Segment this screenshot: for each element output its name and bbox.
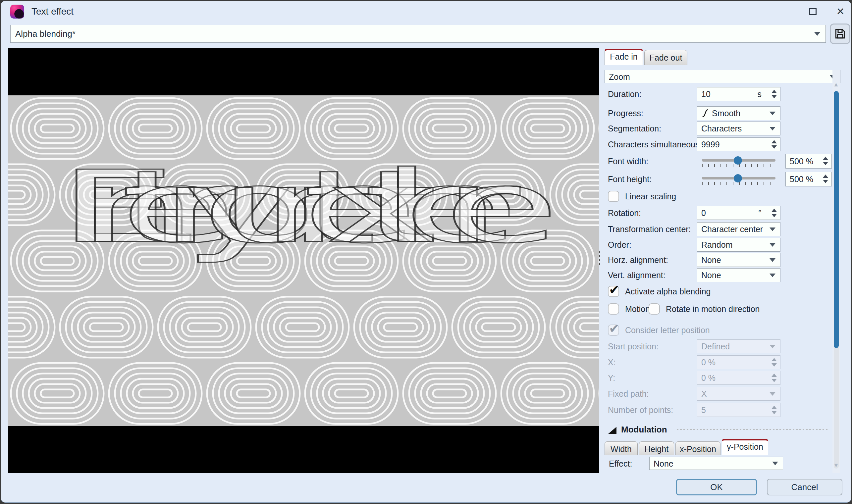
consider-letter-checkbox [608,325,619,336]
x-input: 0 % [697,355,780,369]
duration-stepper[interactable] [771,87,777,101]
tab-fade-in[interactable]: Fade in [605,49,643,65]
number-points-stepper [771,403,777,417]
text-effect-dialog: Text effect ✕ Alpha blending* [1,1,851,503]
transformation-center-select[interactable]: Character center [697,222,780,236]
preset-value: Alpha blending* [15,25,75,42]
segmentation-select[interactable]: Characters [697,122,780,136]
start-position-select: Defined [697,339,780,353]
y-value: 0 % [701,371,715,384]
tab-fade-out-label: Fade out [645,53,687,62]
rotation-stepper[interactable] [771,206,777,219]
progress-value-wrap: Smooth [701,107,740,120]
progress-label: Progress: [608,106,643,120]
scroll-down-icon[interactable]: ▼ [833,462,839,469]
chevron-down-icon [769,345,776,348]
chars-simultaneously-stepper[interactable] [771,138,777,151]
x-label: X: [608,355,616,369]
number-points-label: Number of points: [608,403,673,417]
font-height-stepper[interactable] [823,172,828,185]
duration-input[interactable]: 10 s [697,87,780,101]
chevron-down-icon [769,392,776,396]
mod-effect-value: None [654,457,673,470]
rotate-motion-checkbox[interactable] [649,303,660,314]
maximize-button[interactable] [803,4,822,19]
splitter-grip[interactable] [599,251,600,266]
mod-effect-select[interactable]: None [649,457,783,470]
start-position-label: Start position: [608,339,659,353]
close-icon: ✕ [836,7,845,17]
font-width-label: Font width: [608,154,648,168]
font-width-stepper[interactable] [823,154,828,167]
tab-mod-height[interactable]: Height [639,442,674,455]
order-value: Random [701,238,733,251]
vert-alignment-value: None [701,269,721,282]
chevron-down-icon [814,32,820,36]
linear-scaling-checkbox[interactable] [608,191,619,202]
font-width-value: 500 % [790,154,813,168]
font-width-input[interactable]: 500 % [785,154,832,168]
chars-simultaneously-input[interactable]: 9999 [697,138,780,151]
effect-type-value: Zoom [609,70,630,84]
ok-button[interactable]: OK [676,479,757,496]
tab-mod-x-position[interactable]: x-Position [675,442,721,455]
tab-mod-y-position[interactable]: y-Position [722,439,768,455]
font-height-slider-thumb[interactable] [734,174,742,182]
chars-simultaneously-value: 9999 [701,138,720,151]
number-points-value: 5 [701,403,706,417]
vert-alignment-label: Vert. alignment: [608,268,665,282]
tab-mod-width[interactable]: Width [605,442,638,455]
motion-label: Motion [625,302,650,316]
fade-tabs-underline [605,65,827,65]
fixed-path-select: X [697,387,780,401]
modulation-header[interactable]: Modulation [621,423,667,436]
close-button[interactable]: ✕ [831,4,850,19]
x-stepper [771,356,777,369]
window-title: Text effect [32,4,73,19]
font-height-label: Font height: [608,172,652,186]
progress-value: Smooth [712,109,740,118]
vert-alignment-select[interactable]: None [697,268,780,282]
panel-scrollbar-thumb[interactable] [834,91,839,348]
order-select[interactable]: Random [697,238,780,252]
cancel-button[interactable]: Cancel [767,479,842,496]
duration-label: Duration: [608,87,641,101]
effect-type-select[interactable]: Zoom [605,70,840,83]
motion-checkbox[interactable] [608,303,619,314]
rotate-motion-label: Rotate in motion direction [666,302,760,316]
tab-mod-width-label: Width [605,444,637,454]
font-height-input[interactable]: 500 % [785,172,832,186]
chars-simultaneously-label: Characters simultaneously: [608,138,708,151]
chevron-down-icon [769,258,776,262]
order-label: Order: [608,238,632,252]
mod-effect-label: Effect: [609,457,632,471]
app-icon [10,5,24,19]
tab-mod-x-position-label: x-Position [676,444,720,454]
save-preset-button[interactable] [830,23,850,44]
scroll-up-icon[interactable]: ▲ [833,81,839,88]
preview-text-layer: Enteryourtexthere [8,95,599,426]
tab-fade-out[interactable]: Fade out [644,50,687,65]
y-label: Y: [608,371,615,385]
preset-combobox[interactable]: Alpha blending* [10,25,826,43]
modulation-tabs-underline [605,455,832,455]
activate-alpha-checkbox[interactable] [608,286,619,297]
font-width-slider-thumb[interactable] [734,156,742,165]
chevron-down-icon [769,228,776,231]
preview-canvas[interactable]: Enteryourtexthere [8,48,599,473]
chevron-down-icon [769,112,776,115]
segmentation-label: Segmentation: [608,122,661,136]
modulation-collapse-icon[interactable] [608,427,617,434]
horz-alignment-select[interactable]: None [697,253,780,267]
rotation-value: 0 [701,206,706,219]
y-stepper [771,371,777,384]
horz-alignment-value: None [701,253,721,267]
font-height-slider-ticks [702,182,776,185]
progress-select[interactable]: Smooth [697,106,780,120]
x-value: 0 % [701,356,715,369]
rotation-unit: ° [758,206,762,219]
rotation-input[interactable]: 0 ° [697,206,780,220]
fixed-path-value: X [701,387,707,400]
linear-scaling-label: Linear scaling [625,190,676,203]
chevron-down-icon [769,243,776,247]
